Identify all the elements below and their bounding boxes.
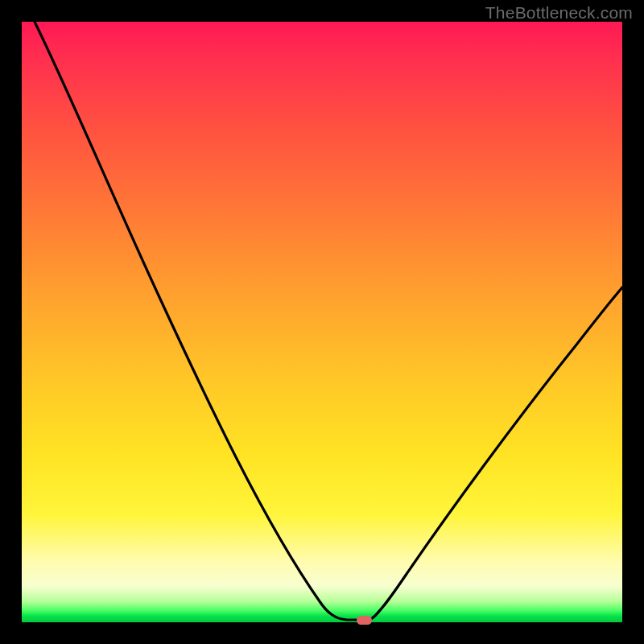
bottleneck-curve bbox=[35, 22, 622, 620]
plot-area bbox=[22, 22, 622, 622]
curve-layer bbox=[22, 22, 622, 622]
minimum-marker bbox=[357, 616, 372, 625]
watermark-text: TheBottleneck.com bbox=[485, 3, 633, 23]
chart-frame: TheBottleneck.com bbox=[0, 0, 644, 644]
